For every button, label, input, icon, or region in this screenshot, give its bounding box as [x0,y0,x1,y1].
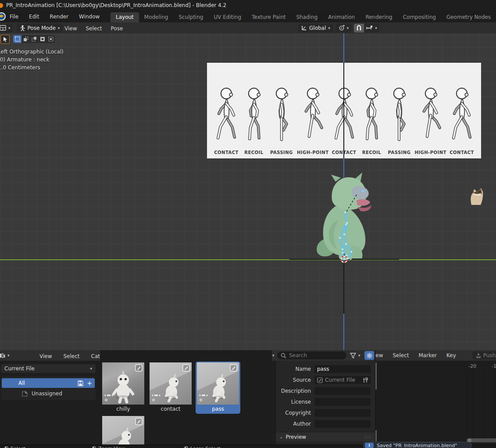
info-icon: i [365,443,374,448]
asset-library-select[interactable]: Current File ▾ [1,364,96,373]
transform-orientation-dropdown[interactable]: Global ▾ [298,24,333,32]
dopesheet-menu-key[interactable]: Key [446,352,456,358]
pose-mode-icon [20,25,25,31]
walk-pose-high-point: HIGH-POINT [297,86,329,155]
preview-section-header[interactable]: ⌄ Preview :::: [276,432,375,441]
walk-pose-contact: CONTACT [450,86,474,155]
panel-grip-icon[interactable]: :::: [364,435,371,439]
edit-asset-icon[interactable] [135,364,143,372]
mode-dropdown[interactable]: Pose Mode ▾ [17,24,63,32]
metadata-label: Name [276,366,314,372]
metadata-row-source: Source Current File [276,376,375,384]
pose-source-icon [317,377,323,383]
asset-menu-view[interactable]: View [39,353,52,359]
blender-logo-icon[interactable] [0,12,6,21]
tab-compositing[interactable]: Compositing [398,12,441,22]
search-placeholder: Search [289,352,307,358]
edit-asset-icon[interactable] [230,364,237,372]
select-mode-invert[interactable] [38,35,46,43]
select-mode-subtract[interactable] [30,35,38,43]
menu-edit[interactable]: Edit [29,14,39,20]
viewport-menu-select[interactable]: Select [86,25,102,32]
asset-search-input[interactable]: Search [277,351,346,359]
menu-render[interactable]: Render [50,14,68,20]
topbar: FileEditRenderWindowHelp LayoutModelingS… [0,11,496,23]
edit-asset-icon[interactable] [135,418,143,425]
walk-pose-label: PASSING [270,150,293,155]
walk-pose-label: PASSING [388,150,411,155]
edit-asset-icon[interactable] [182,364,190,372]
active-tool-button[interactable] [0,35,10,44]
dope-sheet-header: ViewSelectMarkerKey ▼ ▲ Push Down [375,350,496,361]
source-input[interactable]: Current File [314,376,371,384]
tab-sculpting[interactable]: Sculpting [173,12,208,22]
dope-sheet[interactable]: ViewSelectMarkerKey ▼ ▲ Push Down -20-10 [375,350,496,444]
select-mode-group [13,35,55,43]
menu-file[interactable]: File [10,14,18,20]
catalog-row-all[interactable]: All + [2,378,95,388]
license-input[interactable] [314,398,371,406]
pivot-point-icon [339,25,345,31]
metadata-label: License [276,399,314,405]
copyright-input[interactable] [314,409,371,417]
select-mode-set[interactable] [13,35,21,43]
select-mode-intersect[interactable] [46,35,55,43]
mouse-button-icon [184,446,188,448]
pivot-point-dropdown[interactable]: ▾ [335,24,352,32]
vertical-scrollbar[interactable] [375,430,377,441]
tab-uv-editing[interactable]: UV Editing [208,12,246,22]
dopesheet-menu-select[interactable]: Select [393,352,409,358]
author-input[interactable] [314,420,371,428]
menu-window[interactable]: Window [79,14,100,20]
snap-toggle-button[interactable] [354,24,364,32]
asset-settings-button[interactable] [364,351,374,360]
viewport-object-label: (0) Armature : neck [0,57,49,63]
frame-number-label: -10 [492,363,496,369]
tab-rendering[interactable]: Rendering [360,12,397,22]
preview-section-label: Preview [285,434,306,440]
tab-shading[interactable]: Shading [291,12,323,22]
asset-browser: ▾ ViewSelectCatalogAsset ▾ Search ▾ Curr… [0,350,375,444]
walk-pose-label: HIGH-POINT [297,150,329,155]
push-down-icon [476,353,481,358]
name-input[interactable]: pass [314,365,371,373]
asset-name-label: chilly [102,406,144,412]
asset-editor-type-dropdown[interactable]: ▾ [0,351,11,360]
metadata-label: Copyright [276,410,314,416]
viewport-3d[interactable]: CONTACT RECOIL PASSING [0,22,496,350]
add-catalog-icon[interactable]: + [87,380,92,387]
walk-pose-figure [359,86,384,148]
asset-menu-select[interactable]: Select [63,353,79,359]
dopesheet-menu-view[interactable]: View [375,352,383,358]
select-mode-extend[interactable] [21,35,30,43]
character-model[interactable] [313,172,376,262]
viewport-header: ▾ Pose Mode ▾ ViewSelectPose Global ▾ ▾ [0,22,496,33]
walk-pose-figure [387,86,411,148]
editor-type-dropdown[interactable]: ▾ [0,24,12,32]
chevron-down-icon: ▾ [375,26,377,30]
pose-asset-badge-icon [199,394,208,402]
titlebar: PR_IntroAnimation [C:\Users\bo0gy\Deskto… [0,0,496,11]
tool-settings-icon[interactable] [363,377,368,383]
viewport-scale-label: 1.0 Centimeters [0,65,40,71]
snap-settings-dropdown[interactable]: ▾ [364,24,379,32]
tab-layout[interactable]: Layout [111,12,139,22]
tab-modeling[interactable]: Modeling [139,12,174,22]
vertical-scrollbar[interactable] [375,362,377,390]
tab-geometry-nodes[interactable]: Geometry Nodes [441,12,496,22]
catalog-panel: All + Unassigned [1,376,96,400]
tab-animation[interactable]: Animation [323,12,360,22]
dopesheet-menu-marker[interactable]: Marker [419,352,437,358]
tab-texture-paint[interactable]: Texture Paint [246,12,291,22]
walk-pose-label: CONTACT [450,150,474,155]
catalog-row-unassigned[interactable]: Unassigned [2,389,95,398]
status-hint-lasso-select: Lasso Select [184,446,221,448]
asset-name-label: contact [150,406,192,412]
chevron-down-icon: ⌄ [279,434,283,439]
push-down-button[interactable]: Push Down [472,351,496,359]
viewport-menu-pose[interactable]: Pose [111,25,123,32]
description-input[interactable] [314,387,371,395]
chevron-down-icon: ▾ [7,353,10,358]
filter-dropdown[interactable]: ▾ [348,351,363,360]
viewport-menu-view[interactable]: View [64,25,77,32]
